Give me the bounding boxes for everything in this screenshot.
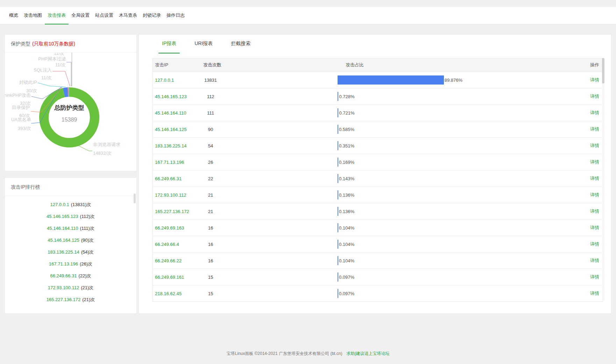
detail-link[interactable]: 详情: [568, 257, 603, 264]
ip-rank-ip-link[interactable]: 45.146.165.123: [47, 214, 78, 219]
attack-ip-link[interactable]: 165.227.136.172: [153, 209, 202, 214]
ip-rank-ip-link[interactable]: 45.146.164.110: [47, 226, 78, 231]
pie-label-value-目录保护: 60/次: [19, 113, 30, 118]
percent-text: 0.136%: [339, 209, 354, 214]
ip-rank-ip-link[interactable]: 45.146.164.125: [48, 238, 79, 243]
footer-forum-link[interactable]: 求助|建议请上宝塔论坛: [346, 351, 389, 356]
detail-link[interactable]: 详情: [568, 208, 603, 214]
ip-rank-ip-link[interactable]: 127.0.0.1: [50, 202, 69, 207]
table-row: 183.136.225.14540.351%详情: [153, 137, 603, 154]
attack-ip-link[interactable]: 45.146.165.123: [153, 94, 202, 99]
attack-ip-link[interactable]: 167.71.13.196: [153, 160, 202, 165]
table-scrollbar-thumb[interactable]: [602, 58, 604, 83]
attack-ip-link[interactable]: 172.93.100.112: [153, 192, 202, 198]
pie-label-value-PHP脚本过滤: 11/次: [55, 62, 66, 68]
percent-bar: [338, 223, 338, 232]
detail-link[interactable]: 详情: [568, 77, 603, 83]
ip-rank-item[interactable]: 45.146.164.125(90)次: [5, 234, 136, 246]
nav-tab-封锁记录[interactable]: 封锁记录: [140, 7, 164, 24]
percent-text: 0.143%: [339, 176, 354, 181]
pie-label-name-PHP脚本过滤: PHP脚本过滤: [38, 56, 66, 62]
nav-tab-全局设置[interactable]: 全局设置: [69, 7, 92, 24]
ip-rank-item[interactable]: 45.146.165.123(112)次: [5, 211, 136, 223]
detail-link[interactable]: 详情: [568, 126, 603, 132]
attack-percent-cell: 0.351%: [337, 141, 568, 150]
ip-rank-item[interactable]: 183.136.225.14(54)次: [5, 246, 136, 258]
pie-label-value-thinkPHP攻击: 32/次: [20, 101, 31, 106]
detail-link[interactable]: 详情: [568, 159, 603, 165]
ip-rank-count: (22)次: [78, 273, 91, 278]
report-tab-IP报表[interactable]: IP报表: [158, 35, 180, 53]
ip-rank-ip-link[interactable]: 172.93.100.112: [48, 285, 79, 290]
table-header-操作: 操作: [568, 58, 603, 72]
table-header-row: 攻击IP攻击次数攻击占比操作: [153, 58, 603, 72]
report-panel: IP报表URI报表拦截搜索 攻击IP攻击次数攻击占比操作 127.0.0.113…: [139, 34, 611, 314]
ip-rank-item[interactable]: 165.227.136.172(21)次: [5, 294, 136, 306]
attack-ip-link[interactable]: 218.16.62.45: [153, 291, 202, 296]
table-row: 45.146.165.1231120.728%详情: [153, 88, 603, 104]
nav-tab-概览[interactable]: 概览: [6, 7, 21, 24]
report-table: 攻击IP攻击次数攻击占比操作 127.0.0.11383189.876%详情45…: [153, 58, 603, 302]
attack-percent-cell: 0.143%: [337, 174, 568, 183]
attack-ip-link[interactable]: 66.249.66.4: [153, 242, 202, 247]
ip-rank-item[interactable]: 127.0.0.1(13831)次: [5, 199, 136, 211]
nav-tab-操作日志[interactable]: 操作日志: [164, 7, 187, 24]
attack-ip-link[interactable]: 183.136.225.14: [153, 143, 202, 148]
detail-link[interactable]: 详情: [568, 290, 603, 297]
pie-label-name-SQL注入: SQL注入: [34, 67, 52, 73]
attack-count-cell: 112: [202, 94, 337, 99]
ip-rank-item[interactable]: 167.71.13.196(26)次: [5, 258, 136, 270]
detail-link[interactable]: 详情: [568, 192, 603, 198]
attack-percent-cell: 0.104%: [337, 256, 568, 265]
percent-bar: [338, 75, 444, 85]
attack-ip-link[interactable]: 66.249.69.163: [153, 225, 202, 231]
table-row: 167.71.13.196260.169%详情: [153, 154, 603, 170]
rank-list-scrollbar-thumb[interactable]: [134, 194, 136, 203]
percent-bar: [338, 207, 338, 216]
ip-rank-ip-link[interactable]: 167.71.13.196: [49, 261, 78, 267]
table-row: 45.146.164.1101110.721%详情: [153, 104, 603, 121]
attack-ip-link[interactable]: 66.249.66.22: [153, 258, 202, 263]
detail-link[interactable]: 详情: [568, 175, 603, 182]
ip-rank-item[interactable]: 45.146.164.110(111)次: [5, 223, 136, 234]
detail-link[interactable]: 详情: [568, 143, 603, 149]
percent-text: 0.169%: [339, 160, 354, 165]
percent-text: 0.351%: [339, 143, 354, 148]
percent-bar: [338, 158, 338, 167]
pie-label-name-封锁此IP: 封锁此IP: [19, 80, 37, 85]
ip-rank-ip-link[interactable]: 165.227.136.172: [47, 297, 81, 302]
report-tab-拦截搜索[interactable]: 拦截搜索: [227, 35, 254, 53]
ip-rank-ip-link[interactable]: 66.249.66.31: [50, 273, 77, 278]
chart-center-title: 总防护类型: [38, 104, 101, 112]
attack-ip-link[interactable]: 127.0.0.1: [153, 78, 202, 83]
donut-chart-svg: [5, 53, 136, 171]
table-row: 218.16.62.45150.097%详情: [153, 285, 603, 301]
attack-ip-link[interactable]: 45.146.164.110: [153, 110, 202, 116]
ip-rank-count: (111)次: [80, 226, 94, 231]
attack-count-cell: 16: [202, 225, 337, 231]
nav-tab-攻击地图[interactable]: 攻击地图: [21, 7, 45, 24]
ip-rank-ip-link[interactable]: 183.136.225.14: [48, 249, 79, 255]
attack-ip-link[interactable]: 45.146.164.125: [153, 127, 202, 132]
ip-rank-item[interactable]: 172.93.100.112(21)次: [5, 282, 136, 294]
detail-link[interactable]: 详情: [568, 241, 603, 247]
table-scrollbar-track[interactable]: [602, 58, 604, 301]
top-nav: 概览攻击地图攻击报表全局设置站点设置木马查杀封锁记录操作日志: [0, 7, 616, 24]
ip-rank-item[interactable]: 66.249.66.31(22)次: [5, 270, 136, 282]
nav-tab-站点设置[interactable]: 站点设置: [92, 7, 116, 24]
protection-panel-note: (只取前10万条数据): [32, 41, 75, 46]
ip-rank-count: (21)次: [82, 297, 95, 302]
nav-tab-攻击报表[interactable]: 攻击报表: [45, 7, 69, 24]
footer: 宝塔Linux面板 ©2014-2021 广东堡塔安全技术有限公司 (bt.cn…: [0, 351, 616, 357]
detail-link[interactable]: 详情: [568, 93, 603, 100]
attack-ip-link[interactable]: 66.249.66.31: [153, 176, 202, 181]
ip-rank-count: (13831)次: [71, 202, 91, 207]
percent-bar: [338, 289, 338, 298]
detail-link[interactable]: 详情: [568, 110, 603, 116]
nav-tab-木马查杀[interactable]: 木马查杀: [116, 7, 140, 24]
detail-link[interactable]: 详情: [568, 225, 603, 231]
attack-ip-link[interactable]: 66.249.69.161: [153, 275, 202, 280]
percent-bar: [338, 256, 338, 265]
detail-link[interactable]: 详情: [568, 274, 603, 280]
report-tab-URI报表[interactable]: URI报表: [191, 35, 216, 53]
